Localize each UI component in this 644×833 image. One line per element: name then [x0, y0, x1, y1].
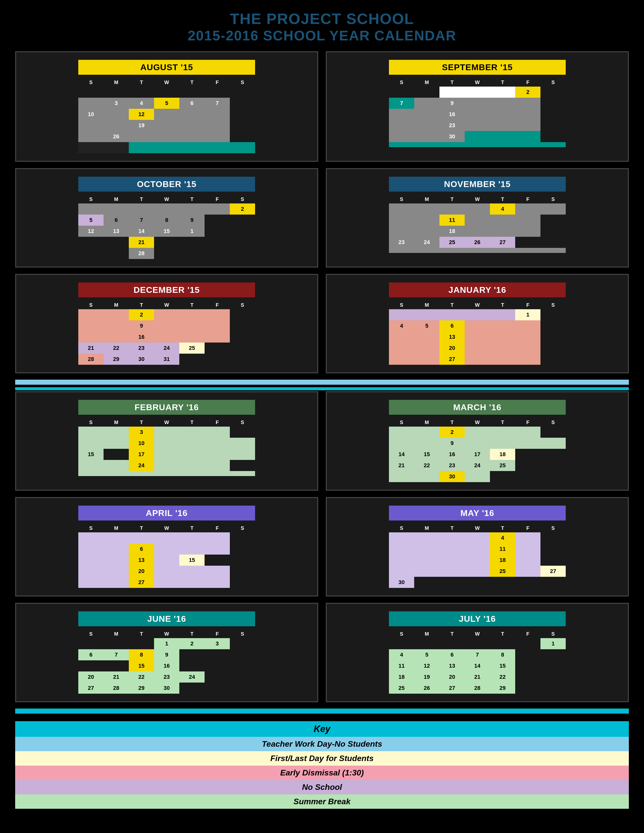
row-1: AUGUST '15 SMTWTFS 3 4 5 6 7 — [15, 51, 629, 162]
legend-no-school: No School — [15, 780, 629, 794]
september-title: SEPTEMBER '15 — [389, 60, 566, 75]
february-calendar: SMTWTFS 3 10 — [78, 418, 255, 476]
october-box: OCTOBER '15 SMTWTFS 2 5 6 7 — [15, 168, 318, 268]
row-4: FEBRUARY '16 SMTWTFS 3 10 — [15, 391, 629, 491]
march-calendar: SMTWTFS 2 9 — [389, 418, 566, 482]
april-box: APRIL '16 SMTWTFS 6 — [15, 497, 318, 597]
march-box: MARCH '16 SMTWTFS 2 9 — [326, 391, 629, 491]
legend-key-bar: Key — [15, 721, 629, 737]
key-label: Key — [314, 724, 330, 734]
separator-bar-2 — [15, 387, 629, 390]
june-calendar: SMTWTFS 1 2 3 6 7 8 9 — [78, 630, 255, 694]
july-title: JULY '16 — [389, 611, 566, 626]
january-calendar: SMTWTFS 1 4 5 6 — [389, 301, 566, 365]
november-calendar: SMTWTFS 4 11 — [389, 195, 566, 253]
calendar-year: 2015-2016 SCHOOL YEAR CALENDAR — [15, 27, 629, 43]
january-title: JANUARY '16 — [389, 283, 566, 298]
may-title: MAY '16 — [389, 506, 566, 521]
july-box: JULY '16 SMTWTFS 1 4 5 6 — [326, 603, 629, 702]
september-box: SEPTEMBER '15 SMTWTFS 2 7 9 — [326, 51, 629, 162]
page: THE PROJECT SCHOOL 2015-2016 SCHOOL YEAR… — [0, 0, 644, 833]
april-calendar: SMTWTFS 6 — [78, 524, 255, 588]
april-title: APRIL '16 — [78, 506, 255, 521]
legend-teacher-workday: Teacher Work Day-No Students — [15, 737, 629, 751]
header: THE PROJECT SCHOOL 2015-2016 SCHOOL YEAR… — [15, 10, 629, 43]
july-calendar: SMTWTFS 1 4 5 6 7 8 — [389, 630, 566, 694]
row-2: OCTOBER '15 SMTWTFS 2 5 6 7 — [15, 168, 629, 268]
november-box: NOVEMBER '15 SMTWTFS 4 11 — [326, 168, 629, 268]
december-calendar: SMTWTFS 2 9 — [78, 301, 255, 365]
august-title: AUGUST '15 — [78, 60, 255, 75]
february-title: FEBRUARY '16 — [78, 400, 255, 415]
row-6: JUNE '16 SMTWTFS 1 2 3 6 7 8 — [15, 603, 629, 702]
january-box: JANUARY '16 SMTWTFS 1 4 5 6 — [326, 274, 629, 373]
row-5: APRIL '16 SMTWTFS 6 — [15, 497, 629, 597]
october-calendar: SMTWTFS 2 5 6 7 8 9 — [78, 195, 255, 259]
august-box: AUGUST '15 SMTWTFS 3 4 5 6 7 — [15, 51, 318, 162]
march-title: MARCH '16 — [389, 400, 566, 415]
june-title: JUNE '16 — [78, 611, 255, 626]
legend-section: Key Teacher Work Day-No Students First/L… — [15, 721, 629, 809]
legend-first-last-day: First/Last Day for Students — [15, 751, 629, 765]
may-box: MAY '16 SMTWTFS 4 — [326, 497, 629, 597]
school-name: THE PROJECT SCHOOL — [15, 10, 629, 27]
legend-summer-break: Summer Break — [15, 794, 629, 809]
may-calendar: SMTWTFS 4 11 — [389, 524, 566, 588]
separator-bar-3 — [15, 709, 629, 714]
november-title: NOVEMBER '15 — [389, 177, 566, 191]
row-3: DECEMBER '15 SMTWTFS 2 9 — [15, 274, 629, 373]
december-title: DECEMBER '15 — [78, 283, 255, 298]
august-calendar: SMTWTFS 3 4 5 6 7 10 12 — [78, 78, 255, 153]
legend-early-dismissal: Early Dismissal (1:30) — [15, 765, 629, 780]
june-box: JUNE '16 SMTWTFS 1 2 3 6 7 8 — [15, 603, 318, 702]
february-box: FEBRUARY '16 SMTWTFS 3 10 — [15, 391, 318, 491]
december-box: DECEMBER '15 SMTWTFS 2 9 — [15, 274, 318, 373]
october-title: OCTOBER '15 — [78, 177, 255, 191]
september-calendar: SMTWTFS 2 7 9 — [389, 78, 566, 147]
separator-bar-1 — [15, 380, 629, 385]
